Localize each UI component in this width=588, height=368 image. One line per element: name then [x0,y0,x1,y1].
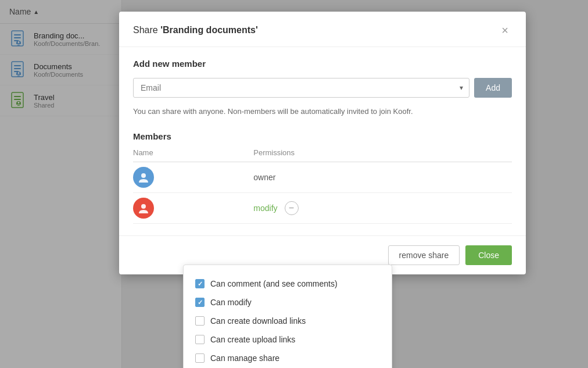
share-hint-text: You can share with anyone. Non-members w… [133,106,512,117]
email-input[interactable] [134,78,454,97]
permission-label[interactable]: modify [253,203,277,213]
checkbox-download-links[interactable] [195,316,205,326]
table-row: owner [133,162,512,192]
table-row: modify − [133,192,512,223]
permission-label-manage-share: Can manage share [210,353,279,363]
permission-cell: modify − [253,201,512,215]
avatar [133,198,154,219]
permission-label-upload-links: Can create upload links [210,335,295,344]
add-member-title: Add new member [133,59,512,69]
member-cell [133,167,253,188]
permission-option-manage-share[interactable]: Can manage share [195,349,380,367]
email-input-wrapper[interactable]: ▾ [133,78,469,98]
permission-label-modify: Can modify [210,298,252,307]
svg-point-17 [141,173,146,178]
checkbox-manage-share[interactable] [195,353,205,363]
permission-option-modify[interactable]: Can modify [195,293,380,312]
dropdown-arrow-icon: ▾ [454,84,469,92]
members-title: Members [133,131,512,141]
permission-cell: owner [253,173,512,182]
dialog-title: Share 'Branding documents' [133,25,258,35]
name-column-header: Name [133,148,253,162]
permission-label-comment: Can comment (and see comments) [210,279,338,288]
dialog-header: Share 'Branding documents' × [119,12,526,47]
checkbox-comment[interactable] [195,279,205,288]
svg-point-18 [141,204,146,209]
permission-option-upload-links[interactable]: Can create upload links [195,330,380,349]
member-cell [133,198,253,219]
close-button[interactable]: Close [465,245,512,265]
members-table: Name Permissions [133,148,512,224]
checkbox-modify[interactable] [195,298,205,307]
share-dialog: Share 'Branding documents' × Add new mem… [119,12,526,274]
permission-label-download-links: Can create download links [210,316,306,326]
checkbox-upload-links[interactable] [195,335,205,344]
dialog-body: Add new member ▾ Add You can share with … [119,47,526,235]
permissions-popup: Can comment (and see comments) Can modif… [183,265,392,368]
permission-option-download-links[interactable]: Can create download links [195,312,380,330]
permissions-column-header: Permissions [253,148,512,162]
permission-label: owner [253,173,275,182]
close-dialog-button[interactable]: × [498,23,512,37]
add-member-row: ▾ Add [133,78,512,98]
remove-member-button[interactable]: − [285,201,299,215]
add-member-button[interactable]: Add [474,78,512,98]
permission-option-comment[interactable]: Can comment (and see comments) [195,274,380,293]
avatar [133,167,154,188]
remove-share-button[interactable]: remove share [388,245,460,265]
